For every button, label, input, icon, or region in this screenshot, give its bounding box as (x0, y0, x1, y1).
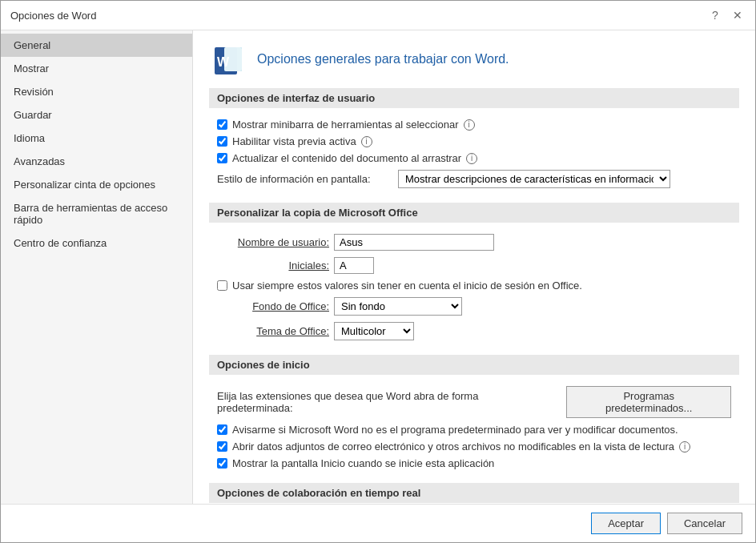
section-header-inicio: Opciones de inicio (209, 355, 739, 375)
estilo-row: Estilo de información en pantalla: Mostr… (209, 167, 739, 191)
section-header-colaboracion: Opciones de colaboración en tiempo real (209, 483, 739, 503)
info-icon-minibarra[interactable]: i (464, 119, 475, 131)
iniciales-input[interactable] (334, 257, 374, 274)
section-copia: Personalizar la copia de Microsoft Offic… (209, 203, 739, 344)
dialog-footer: Aceptar Cancelar (1, 504, 755, 542)
help-button[interactable]: ? (707, 7, 723, 23)
iniciales-label: Iniciales: (217, 259, 329, 272)
checkbox-minibarra-label[interactable]: Mostrar minibarra de herramientas al sel… (217, 119, 459, 131)
page-header: W Opciones generales para trabajar con W… (209, 43, 739, 75)
checkbox-row-vista-previa: Habilitar vista previa activa i (209, 133, 739, 150)
checkbox-abrir-datos[interactable] (217, 441, 227, 452)
usar-row: Usar siempre estos valores sin tener en … (209, 277, 739, 294)
page-title: Opciones generales para trabajar con Wor… (257, 52, 509, 66)
sidebar: General Mostrar Revisión Guardar Idioma … (1, 30, 193, 504)
tema-select[interactable]: Multicolor Gris oscuro Blanco Negro (334, 322, 414, 340)
checkbox-avisarme[interactable] (217, 424, 227, 435)
section-colaboracion: Opciones de colaboración en tiempo real … (209, 483, 739, 504)
fondo-select[interactable]: Sin fondo Circuitos Ciudad (334, 297, 462, 316)
sidebar-item-barra-acceso[interactable]: Barra de herramientas de acceso rápido (1, 196, 192, 231)
checkbox-row-avisarme: Avisarme si Microsoft Word no es el prog… (209, 421, 739, 438)
header-icon: W (209, 43, 247, 75)
checkbox-abrir-datos-label[interactable]: Abrir datos adjuntos de correo electróni… (217, 440, 674, 452)
window-title: Opciones de Word (10, 10, 96, 22)
checkbox-minibarra-text: Mostrar minibarra de herramientas al sel… (232, 119, 459, 131)
info-icon-actualizar[interactable]: i (466, 153, 477, 164)
fondo-row: Fondo de Office: Sin fondo Circuitos Ciu… (209, 294, 739, 319)
sidebar-item-mostrar[interactable]: Mostrar (1, 57, 192, 80)
checkbox-pantalla-inicio-text: Mostrar la pantalla Inicio cuando se ini… (232, 457, 494, 469)
svg-text:W: W (217, 55, 230, 69)
nombre-label: Nombre de usuario: (217, 236, 329, 248)
section-inicio: Opciones de inicio Elija las extensiones… (209, 355, 739, 472)
checkbox-vista-previa-label[interactable]: Habilitar vista previa activa (217, 135, 356, 147)
usar-label[interactable]: Usar siempre estos valores sin tener en … (217, 280, 582, 292)
extensiones-row: Elija las extensiones que desea que Word… (209, 383, 739, 421)
checkbox-row-actualizar: Actualizar el contenido del documento al… (209, 150, 739, 167)
tema-label: Tema de Office: (217, 325, 329, 337)
word-icon: W (213, 44, 243, 74)
title-bar-controls: ? ✕ (707, 7, 746, 23)
cancelar-button[interactable]: Cancelar (667, 513, 742, 534)
checkbox-row-minibarra: Mostrar minibarra de herramientas al sel… (209, 116, 739, 133)
checkbox-minibarra[interactable] (217, 119, 227, 130)
sidebar-item-personalizar-cinta[interactable]: Personalizar cinta de opciones (1, 173, 192, 196)
nombre-input[interactable] (334, 234, 494, 251)
sidebar-item-general[interactable]: General (1, 34, 192, 57)
sidebar-item-revision[interactable]: Revisión (1, 80, 192, 103)
section-header-copia: Personalizar la copia de Microsoft Offic… (209, 203, 739, 223)
extensiones-label: Elija las extensiones que desea que Word… (217, 390, 557, 414)
checkbox-pantalla-inicio-label[interactable]: Mostrar la pantalla Inicio cuando se ini… (217, 457, 494, 469)
checkbox-actualizar-text: Actualizar el contenido del documento al… (232, 152, 461, 164)
checkbox-vista-previa-text: Habilitar vista previa activa (232, 135, 356, 147)
checkbox-pantalla-inicio[interactable] (217, 458, 227, 469)
options-dialog: Opciones de Word ? ✕ General Mostrar Rev… (0, 0, 756, 543)
info-icon-abrir-datos[interactable]: i (679, 441, 690, 452)
checkbox-actualizar[interactable] (217, 153, 227, 163)
programas-button[interactable]: Programas predeterminados... (566, 386, 731, 418)
aceptar-button[interactable]: Aceptar (591, 513, 661, 534)
usar-text: Usar siempre estos valores sin tener en … (232, 280, 582, 292)
tema-row: Tema de Office: Multicolor Gris oscuro B… (209, 319, 739, 344)
checkbox-avisarme-text: Avisarme si Microsoft Word no es el prog… (232, 424, 678, 436)
checkbox-avisarme-label[interactable]: Avisarme si Microsoft Word no es el prog… (217, 424, 678, 436)
nombre-row: Nombre de usuario: (209, 231, 739, 254)
checkbox-row-pantalla-inicio: Mostrar la pantalla Inicio cuando se ini… (209, 455, 739, 472)
checkbox-vista-previa[interactable] (217, 136, 227, 147)
title-bar: Opciones de Word ? ✕ (1, 1, 755, 30)
sidebar-item-idioma[interactable]: Idioma (1, 127, 192, 150)
section-header-interfaz: Opciones de interfaz de usuario (209, 88, 739, 108)
iniciales-row: Iniciales: (209, 254, 739, 277)
sidebar-item-guardar[interactable]: Guardar (1, 103, 192, 127)
info-icon-vista-previa[interactable]: i (361, 136, 372, 147)
checkbox-row-abrir-datos: Abrir datos adjuntos de correo electróni… (209, 438, 739, 455)
main-content: W Opciones generales para trabajar con W… (193, 30, 755, 504)
sidebar-item-centro-confianza[interactable]: Centro de confianza (1, 231, 192, 255)
sidebar-item-avanzadas[interactable]: Avanzadas (1, 150, 192, 173)
estilo-select[interactable]: Mostrar descripciones de características… (398, 170, 670, 188)
checkbox-abrir-datos-text: Abrir datos adjuntos de correo electróni… (232, 440, 674, 452)
fondo-label: Fondo de Office: (217, 300, 329, 312)
estilo-label: Estilo de información en pantalla: (217, 173, 393, 185)
checkbox-actualizar-label[interactable]: Actualizar el contenido del documento al… (217, 152, 461, 164)
close-button[interactable]: ✕ (730, 7, 746, 23)
section-interfaz: Opciones de interfaz de usuario Mostrar … (209, 88, 739, 191)
checkbox-usar[interactable] (217, 280, 227, 291)
dialog-body: General Mostrar Revisión Guardar Idioma … (1, 30, 755, 504)
